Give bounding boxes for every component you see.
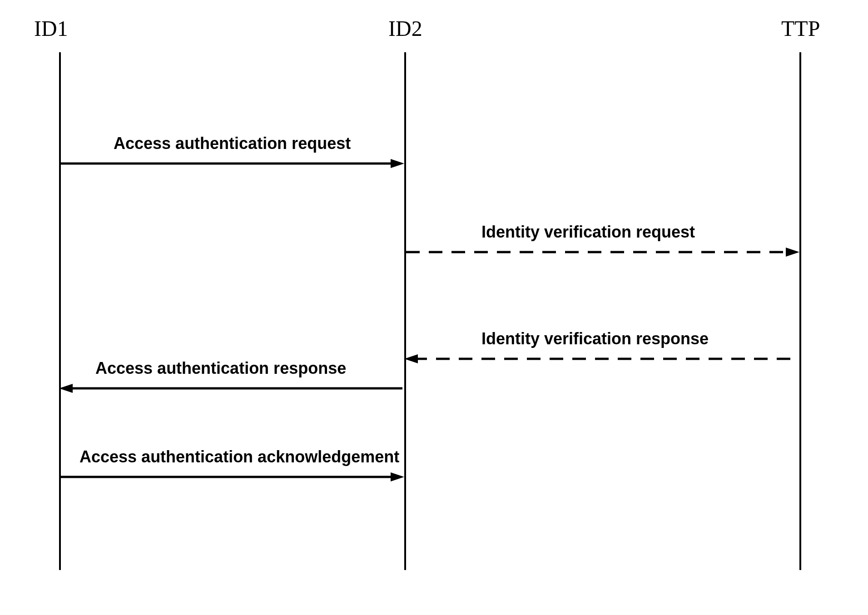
message-4-arrow (59, 384, 404, 393)
lifeline-ttp (799, 52, 801, 570)
message-5-arrow (59, 472, 404, 481)
message-2-label: Identity verification request (481, 223, 695, 242)
lifeline-id1 (59, 52, 61, 570)
svg-marker-9 (391, 472, 404, 481)
message-5-label: Access authentication acknowledgement (79, 447, 399, 466)
participant-id1-label: ID1 (34, 16, 68, 41)
svg-marker-1 (391, 159, 404, 168)
lifeline-id2 (404, 52, 406, 570)
message-4-label: Access authentication response (95, 359, 346, 378)
message-3-label: Identity verification response (481, 329, 709, 348)
message-1-arrow (59, 159, 404, 168)
svg-marker-5 (404, 354, 418, 363)
message-1-label: Access authentication request (114, 134, 351, 153)
svg-marker-3 (786, 248, 799, 257)
message-2-arrow (404, 248, 799, 257)
svg-marker-7 (59, 384, 73, 393)
participant-id2-label: ID2 (388, 16, 422, 41)
message-3-arrow (404, 354, 799, 363)
sequence-diagram: ID1 ID2 TTP Access authentication reques… (0, 0, 868, 615)
participant-ttp-label: TTP (781, 16, 820, 41)
